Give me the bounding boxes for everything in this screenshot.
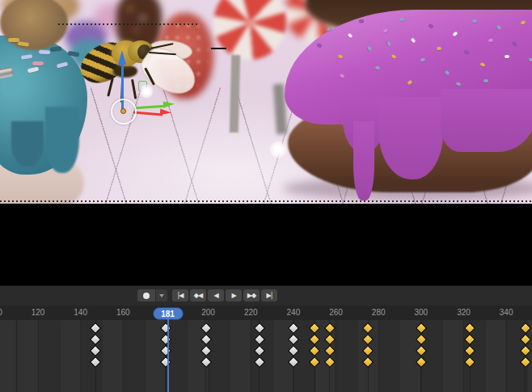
keyframe-diamond[interactable]: [324, 345, 336, 356]
playback-controls: |◀◆◀◀▶▶◆▶|: [172, 289, 277, 301]
keyframe-diamond[interactable]: [160, 334, 171, 345]
sprinkle: [505, 55, 509, 58]
sprinkle: [18, 41, 30, 47]
sprinkle: [437, 47, 441, 50]
frame-label: 160: [116, 308, 130, 317]
sprinkle: [338, 55, 344, 59]
sprinkle: [32, 61, 44, 65]
keyframe-diamond[interactable]: [362, 356, 374, 368]
keyframe-diamond[interactable]: [90, 345, 101, 356]
keyframe-diamond[interactable]: [464, 334, 475, 345]
keyframe-diamond[interactable]: [464, 322, 475, 334]
keyframe-diamond[interactable]: [362, 322, 374, 334]
chevron-down-icon: [159, 294, 164, 297]
keyframe-diamond[interactable]: [201, 356, 212, 368]
keyframe-diamond[interactable]: [464, 356, 475, 368]
sprinkle: [496, 25, 501, 31]
playhead-line[interactable]: [167, 318, 169, 392]
keyframe-diamond[interactable]: [464, 345, 475, 356]
keyframe-diamond[interactable]: [324, 356, 336, 368]
teal-frosting-drip: [11, 121, 44, 166]
keyframe-diamond[interactable]: [254, 334, 265, 345]
sprinkle: [375, 65, 381, 70]
sprinkle: [411, 37, 416, 43]
keyframe-diamond[interactable]: [324, 334, 336, 345]
keyframe-diamond[interactable]: [254, 322, 265, 334]
keyframe-diamond[interactable]: [416, 322, 427, 334]
keyframe-diamond[interactable]: [309, 345, 320, 356]
sprinkle: [21, 54, 33, 60]
keyframe-diamond[interactable]: [288, 345, 299, 356]
light-glow: [139, 84, 154, 99]
keyframe-diamond[interactable]: [160, 345, 171, 356]
sprinkle: [57, 61, 69, 68]
sprinkle: [50, 46, 61, 51]
floor-light-glint: [269, 141, 287, 158]
sprinkle: [420, 58, 426, 62]
teal-donut-sprinkles: [0, 0, 89, 89]
keyframe-diamond[interactable]: [90, 356, 101, 368]
sprinkle: [399, 18, 404, 21]
keyframe-diamond[interactable]: [324, 322, 336, 334]
auto-keying-dropdown[interactable]: [156, 289, 167, 301]
sprinkle: [452, 32, 458, 37]
frame-label: 320: [457, 308, 471, 317]
frame-label: 340: [500, 308, 513, 317]
blender-window: |◀◆◀◀▶▶◆▶| 10012014016020022024026028030…: [0, 0, 532, 392]
keyframe-diamond[interactable]: [288, 356, 299, 368]
jump-to-start-button[interactable]: |◀: [172, 289, 188, 301]
keyframe-diamond[interactable]: [362, 334, 374, 345]
sprinkle: [347, 32, 353, 38]
sprinkle: [464, 50, 470, 54]
keyframe-diamond[interactable]: [160, 322, 171, 334]
keyframe-diamond[interactable]: [90, 322, 101, 334]
auto-keying-control: [137, 289, 167, 301]
keyframe-diamond[interactable]: [362, 345, 374, 356]
sprinkle: [382, 28, 388, 33]
keyframe-diamond[interactable]: [288, 334, 299, 345]
gizmo-y-axis-arrowhead[interactable]: [163, 100, 175, 107]
keyframe-diamond[interactable]: [201, 345, 212, 356]
gizmo-x-axis-arrowhead[interactable]: [160, 108, 172, 116]
keyframe-diamond[interactable]: [309, 322, 320, 334]
frame-label: 280: [372, 308, 386, 317]
candy-cane-lollipop: [213, 0, 286, 60]
gizmo-z-axis-arrowhead[interactable]: [118, 50, 126, 65]
jump-to-end-button[interactable]: ▶|: [261, 289, 277, 301]
keyframe-diamond[interactable]: [254, 345, 265, 356]
keyframe-diamond[interactable]: [416, 356, 427, 368]
keyframe-area[interactable]: [0, 320, 532, 392]
camera-border-dashed-bottom: [0, 200, 532, 202]
sprinkle: [483, 79, 488, 82]
keyframe-diamond[interactable]: [416, 334, 427, 345]
bee-character[interactable]: [78, 31, 199, 107]
keyframe-diamond[interactable]: [201, 334, 212, 345]
keyframe-diamond[interactable]: [288, 322, 299, 334]
keyframe-diamond[interactable]: [520, 334, 531, 345]
keyframe-diamond[interactable]: [254, 356, 265, 368]
keyframe-diamond[interactable]: [201, 322, 212, 334]
timeline-ruler[interactable]: 100120140160200220240260280300320340: [0, 306, 532, 321]
frame-label: 240: [287, 308, 301, 317]
sprinkle: [428, 23, 433, 28]
sprinkle: [529, 58, 532, 62]
keyframe-diamond[interactable]: [309, 356, 320, 368]
3d-viewport[interactable]: [0, 0, 532, 204]
keyframe-diamond[interactable]: [520, 322, 531, 334]
sprinkle: [316, 43, 322, 48]
keyframe-diamond[interactable]: [160, 356, 171, 368]
keyframe-diamond[interactable]: [309, 334, 320, 345]
play-reverse-button[interactable]: ◀: [208, 289, 224, 301]
sprinkle: [488, 38, 494, 42]
sprinkle: [444, 70, 450, 76]
auto-keying-button[interactable]: [137, 289, 155, 301]
play-forward-button[interactable]: ▶: [226, 289, 242, 301]
jump-to-next-keyframe-button[interactable]: ▶◆: [243, 289, 260, 301]
keyframe-diamond[interactable]: [520, 345, 531, 356]
keyframe-diamond[interactable]: [520, 356, 531, 368]
keyframe-diamond[interactable]: [90, 334, 101, 345]
jump-to-prev-keyframe-button[interactable]: ◆◀: [190, 289, 206, 301]
frame-label: 220: [244, 308, 258, 317]
keyframe-diamond[interactable]: [416, 345, 427, 356]
teal-frosting-drip: [45, 107, 79, 173]
